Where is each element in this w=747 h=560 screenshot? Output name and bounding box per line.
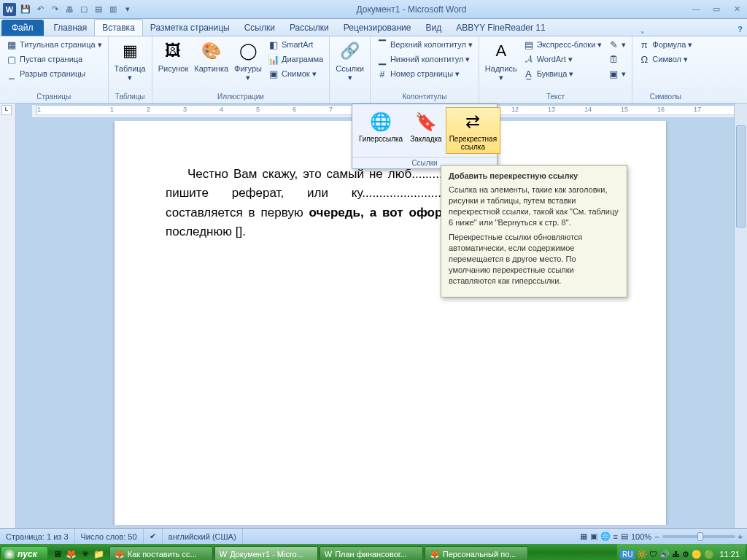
taskbar-task[interactable]: WПлан финансовог... bbox=[320, 546, 423, 560]
table-button[interactable]: ▦Таблица▾ bbox=[113, 38, 147, 83]
dropcap-button[interactable]: A̲Буквица ▾ bbox=[522, 67, 604, 80]
tab-abbyy[interactable]: ABBYY FineReader 11 bbox=[449, 20, 553, 36]
crossref-tooltip: Добавить перекрестную ссылку Ссылка на э… bbox=[441, 165, 627, 298]
group-links: 🔗Ссылки▾ bbox=[330, 36, 371, 103]
quicklaunch-icon[interactable]: 📁 bbox=[93, 548, 105, 560]
status-language[interactable]: английский (США) bbox=[163, 529, 243, 544]
text-extra-button[interactable]: ✎▾ bbox=[606, 38, 627, 51]
save-icon[interactable]: 💾 bbox=[19, 3, 32, 16]
minimize-button[interactable]: — bbox=[689, 4, 703, 14]
footer-button[interactable]: ▁Нижний колонтитул ▾ bbox=[375, 52, 471, 66]
vertical-ruler[interactable]: L bbox=[0, 104, 16, 528]
quickparts-button[interactable]: ▤Экспресс-блоки ▾ bbox=[522, 38, 604, 51]
close-button[interactable]: ✕ bbox=[729, 4, 744, 14]
taskbar-task[interactable]: 🦊Персональный по... bbox=[425, 546, 528, 560]
smartart-button[interactable]: ◧SmartArt bbox=[266, 38, 325, 51]
qat-dropdown-icon[interactable]: ▾ bbox=[121, 3, 134, 16]
screenshot-button[interactable]: ▣Снимок ▾ bbox=[266, 67, 325, 80]
taskbar-task[interactable]: WДокумент1 - Micro... bbox=[214, 546, 318, 560]
ribbon-minimize-icon[interactable]: ˬ bbox=[636, 22, 649, 36]
signature-icon: ✎ bbox=[608, 39, 619, 50]
status-bar: Страница: 1 из 3 Число слов: 50 ✔ англий… bbox=[0, 528, 747, 544]
status-page[interactable]: Страница: 1 из 3 bbox=[0, 529, 75, 544]
tray-icon[interactable]: 🔆 bbox=[637, 550, 647, 559]
page-break-button[interactable]: ⎯Разрыв страницы bbox=[4, 67, 87, 80]
table-icon: ▦ bbox=[118, 39, 142, 63]
taskbar-task[interactable]: 🦊Как поставить сс... bbox=[109, 546, 213, 560]
date-icon: 🗓 bbox=[608, 53, 619, 65]
zoom-slider[interactable] bbox=[662, 535, 735, 538]
header-button[interactable]: ▔Верхний колонтитул ▾ bbox=[375, 38, 474, 51]
view-fullscreen-icon[interactable]: ▣ bbox=[590, 532, 597, 541]
tab-references[interactable]: Ссылки bbox=[237, 20, 282, 36]
quicklaunch-icon[interactable]: 🦊 bbox=[66, 548, 77, 560]
tray-icon[interactable]: 🛡 bbox=[649, 550, 657, 559]
break-icon: ⎯ bbox=[6, 68, 18, 79]
links-dropdown-panel: 🌐Гиперссылка 🔖Закладка ⇄Перекрестная ссы… bbox=[352, 104, 498, 169]
pagenum-button[interactable]: #Номер страницы ▾ bbox=[375, 67, 461, 80]
start-button[interactable]: пуск bbox=[1, 547, 47, 560]
redo-icon[interactable]: ↷ bbox=[48, 3, 61, 16]
view-printlayout-icon[interactable]: ▦ bbox=[580, 532, 587, 541]
tab-mailings[interactable]: Рассылки bbox=[282, 20, 336, 36]
tab-view[interactable]: Вид bbox=[418, 20, 449, 36]
status-proofing-icon[interactable]: ✔ bbox=[144, 529, 163, 544]
tray-icon[interactable]: ⚙ bbox=[682, 550, 689, 559]
tab-insert[interactable]: Вставка bbox=[94, 19, 143, 36]
print-icon[interactable]: 🖶 bbox=[63, 3, 76, 16]
shapes-icon: ◯ bbox=[236, 39, 260, 63]
view-outline-icon[interactable]: ≡ bbox=[614, 532, 618, 541]
tab-review[interactable]: Рецензирование bbox=[336, 20, 419, 36]
wordart-icon: 𝓐 bbox=[523, 53, 535, 65]
tray-icon[interactable]: 🟡 bbox=[692, 550, 702, 559]
quicklaunch-icon[interactable]: 🖥 bbox=[52, 548, 63, 560]
zoom-out-button[interactable]: − bbox=[654, 532, 659, 541]
zoom-level[interactable]: 100% bbox=[631, 532, 651, 541]
view-web-icon[interactable]: 🌐 bbox=[600, 532, 611, 541]
tray-icon[interactable]: 🟢 bbox=[704, 550, 714, 559]
wordart-button[interactable]: 𝓐WordArt ▾ bbox=[522, 52, 604, 66]
clipart-button[interactable]: 🎨Картинка bbox=[193, 38, 230, 74]
tab-home[interactable]: Главная bbox=[47, 20, 95, 36]
object-icon: ▣ bbox=[608, 68, 619, 79]
scrollbar-thumb[interactable] bbox=[736, 125, 746, 228]
tray-icon[interactable]: 🖧 bbox=[672, 550, 680, 559]
bookmark-button[interactable]: 🔖Закладка bbox=[406, 107, 445, 154]
clock[interactable]: 11:21 bbox=[716, 550, 743, 559]
document-area: L 11234567891011121314151617 Честно Вам … bbox=[0, 104, 747, 528]
blank-page-button[interactable]: ▢Пустая страница bbox=[4, 52, 84, 66]
blocks-icon: ▤ bbox=[523, 39, 535, 50]
maximize-button[interactable]: ▭ bbox=[709, 4, 724, 14]
window-title: Документ1 - Microsoft Word bbox=[134, 4, 689, 15]
quicklaunch-icon[interactable]: ✳ bbox=[80, 548, 91, 560]
links-dropdown-button[interactable]: 🔗Ссылки▾ bbox=[334, 38, 365, 83]
crossref-button[interactable]: ⇄Перекрестная ссылка bbox=[446, 107, 500, 154]
cover-page-button[interactable]: ▦Титульная страница ▾ bbox=[4, 38, 104, 51]
hyperlink-button[interactable]: 🌐Гиперссылка bbox=[355, 107, 406, 154]
group-pages: ▦Титульная страница ▾ ▢Пустая страница ⎯… bbox=[0, 36, 109, 103]
symbol-button[interactable]: ΩСимвол ▾ bbox=[637, 52, 689, 66]
qat-icon[interactable]: ▤ bbox=[92, 3, 105, 16]
quick-access-toolbar: 💾 ↶ ↷ 🖶 ▢ ▤ ▥ ▾ bbox=[19, 3, 134, 16]
shapes-button[interactable]: ◯Фигуры▾ bbox=[233, 38, 263, 83]
view-draft-icon[interactable]: ▤ bbox=[621, 532, 628, 541]
undo-icon[interactable]: ↶ bbox=[34, 3, 47, 16]
new-icon[interactable]: ▢ bbox=[77, 3, 90, 16]
tab-file[interactable]: Файл bbox=[1, 20, 44, 36]
status-words[interactable]: Число слов: 50 bbox=[75, 529, 144, 544]
help-icon[interactable]: ? bbox=[733, 23, 747, 36]
picture-button[interactable]: 🖼Рисунок bbox=[157, 38, 190, 74]
chart-button[interactable]: 📊Диаграмма bbox=[266, 52, 325, 66]
zoom-in-button[interactable]: + bbox=[738, 532, 743, 541]
qat-icon[interactable]: ▥ bbox=[107, 3, 120, 16]
text-extra-button[interactable]: 🗓 bbox=[606, 52, 627, 66]
textbox-button[interactable]: AНадпись▾ bbox=[484, 38, 519, 83]
tab-selector[interactable]: L bbox=[1, 105, 12, 115]
tab-layout[interactable]: Разметка страницы bbox=[143, 20, 237, 36]
language-indicator[interactable]: RU bbox=[620, 550, 635, 559]
equation-button[interactable]: πФормула ▾ bbox=[637, 38, 694, 51]
dropcap-icon: A̲ bbox=[523, 68, 535, 79]
tray-icon[interactable]: 🔊 bbox=[659, 550, 670, 559]
vertical-scrollbar[interactable] bbox=[734, 104, 747, 528]
text-extra-button[interactable]: ▣▾ bbox=[606, 67, 627, 80]
